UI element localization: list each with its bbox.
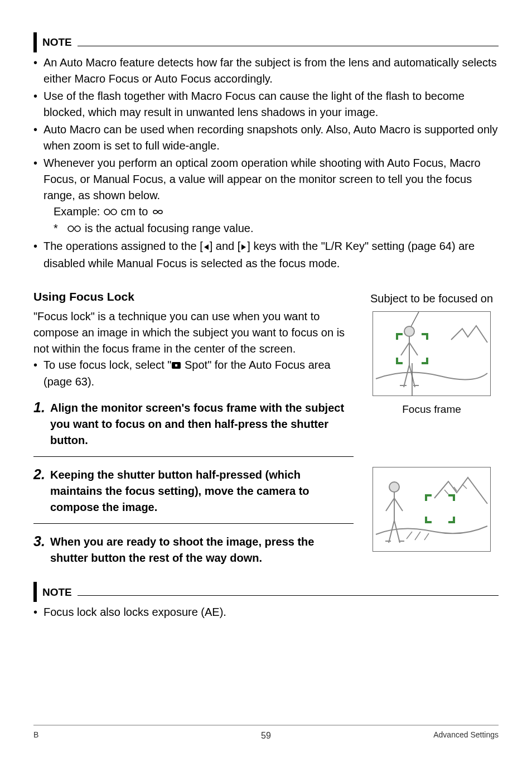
- list-item: Focus lock also locks exposure (AE).: [43, 604, 499, 620]
- step-3: 3. When you are ready to shoot the image…: [33, 534, 354, 574]
- body-text: cm to: [121, 205, 151, 218]
- body-text: ] and [: [210, 240, 241, 252]
- asterisk-symbol: *: [54, 222, 58, 234]
- example-line: Example: cm to: [43, 204, 499, 220]
- left-column: 2. Keeping the shutter button half-press…: [33, 457, 354, 574]
- body-text: Example:: [54, 205, 103, 218]
- svg-point-2: [68, 226, 74, 232]
- svg-point-11: [389, 482, 399, 492]
- note-label: NOTE: [42, 35, 72, 50]
- page-number: 59: [33, 729, 499, 742]
- note-2-list: Focus lock also locks exposure (AE).: [33, 604, 499, 620]
- list-item: To use focus lock, select " Spot" for th…: [43, 357, 354, 390]
- note-bar-icon: [33, 582, 37, 602]
- svg-marker-5: [241, 244, 246, 250]
- section-title: Using Focus Lock: [33, 288, 354, 305]
- note-heading-1: NOTE: [33, 32, 499, 52]
- circle-circle-icon: [67, 221, 81, 237]
- page: NOTE An Auto Macro feature detects how f…: [0, 0, 532, 757]
- svg-marker-4: [204, 244, 209, 250]
- body-text: Auto Macro can be used when recording sn…: [43, 123, 498, 152]
- circle-circle-icon: [103, 204, 118, 220]
- step-1: 1. Align the monitor screen's focus fram…: [33, 400, 354, 457]
- svg-point-0: [104, 209, 110, 215]
- triangle-right-icon: [240, 239, 247, 255]
- subject-label: Subject to be focused on: [365, 291, 499, 307]
- focus-frame-label: Focus frame: [402, 402, 461, 417]
- step-body: Align the monitor screen's focus frame w…: [50, 400, 354, 449]
- step-body: Keeping the shutter button half-pressed …: [50, 467, 354, 515]
- note-bar-icon: [33, 32, 37, 52]
- illustration-2: [373, 467, 491, 552]
- note-label: NOTE: [42, 585, 72, 600]
- body-text: Focus lock also locks exposure (AE).: [43, 606, 226, 618]
- page-footer: B 59 Advanced Settings: [33, 725, 499, 740]
- spot-af-icon: [171, 358, 181, 374]
- right-column: [365, 457, 499, 574]
- note-rule: [78, 595, 499, 596]
- body-text: An Auto Macro feature detects how far th…: [43, 56, 497, 85]
- section-bullet-list: To use focus lock, select " Spot" for th…: [33, 357, 354, 390]
- note-heading-2: NOTE: [33, 582, 499, 602]
- list-item: Auto Macro can be used when recording sn…: [43, 122, 499, 154]
- svg-point-3: [75, 226, 80, 232]
- step-2: 2. Keeping the shutter button half-press…: [33, 467, 354, 524]
- step-number: 1.: [33, 400, 50, 449]
- infinity-icon: [151, 204, 165, 220]
- svg-point-9: [404, 326, 414, 336]
- body-text: The operations assigned to the [: [43, 240, 203, 252]
- triangle-left-icon: [203, 239, 210, 255]
- asterisk-line: * is the actual focusing range value.: [43, 220, 499, 237]
- right-column: Subject to be focused on: [365, 273, 499, 457]
- focus-lock-section: Using Focus Lock "Focus lock" is a techn…: [33, 273, 499, 457]
- step-number: 2.: [33, 467, 50, 515]
- list-item: An Auto Macro feature detects how far th…: [43, 55, 499, 87]
- note-1-list: An Auto Macro feature detects how far th…: [33, 55, 499, 272]
- note-rule: [78, 46, 499, 46]
- body-text: "Focus lock" is a technique you can use …: [33, 308, 354, 357]
- list-item: The operations assigned to the [] and []…: [43, 238, 499, 271]
- svg-rect-7: [175, 364, 177, 367]
- body-text: To use focus lock, select ": [43, 359, 171, 371]
- svg-point-1: [111, 209, 117, 215]
- body-text: Whenever you perform an optical zoom ope…: [43, 157, 481, 201]
- step-2-row: 2. Keeping the shutter button half-press…: [33, 457, 499, 574]
- step-number: 3.: [33, 534, 50, 566]
- list-item: Use of the flash together with Macro Foc…: [43, 88, 499, 120]
- body-text: is the actual focusing range value.: [85, 222, 253, 234]
- illustration-1: [373, 311, 491, 396]
- body-text: Use of the flash together with Macro Foc…: [43, 90, 465, 118]
- left-column: Using Focus Lock "Focus lock" is a techn…: [33, 273, 354, 457]
- list-item: Whenever you perform an optical zoom ope…: [43, 155, 499, 237]
- step-body: When you are ready to shoot the image, p…: [50, 534, 354, 566]
